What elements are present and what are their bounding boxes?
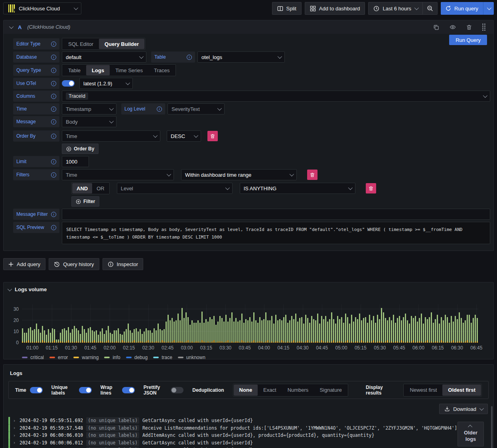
volume-bar[interactable] <box>215 325 217 343</box>
volume-bar[interactable] <box>223 322 225 343</box>
volume-bar[interactable] <box>239 320 241 343</box>
query-row-header[interactable]: A (ClickHouse Cloud) <box>4 20 493 34</box>
volume-bar[interactable] <box>64 328 65 343</box>
volume-bar[interactable] <box>68 327 69 343</box>
volume-bar[interactable] <box>174 322 175 343</box>
add-to-dashboard-button[interactable]: Add to dashboard <box>305 2 365 15</box>
volume-bar[interactable] <box>471 323 472 343</box>
volume-bar[interactable] <box>407 320 408 343</box>
volume-bar[interactable] <box>327 322 328 343</box>
info-icon[interactable]: i <box>157 107 162 112</box>
volume-bar[interactable] <box>243 323 245 343</box>
editor-type-option-sql-editor[interactable]: SQL Editor <box>63 39 99 49</box>
table-select[interactable]: otel_logs <box>197 51 285 63</box>
volume-bar[interactable] <box>305 315 306 343</box>
remove-condition-button[interactable] <box>366 183 376 193</box>
log-row[interactable]: ›2024-02-19 06:00:08.486(no unique label… <box>8 446 493 448</box>
time-toggle[interactable] <box>30 387 43 393</box>
volume-bar[interactable] <box>40 333 41 343</box>
info-icon[interactable]: i <box>51 225 56 230</box>
add-query-button[interactable]: Add query <box>3 258 45 270</box>
volume-bar[interactable] <box>443 320 444 343</box>
volume-bar[interactable] <box>387 320 388 343</box>
volume-bar[interactable] <box>158 324 159 343</box>
volume-bar[interactable] <box>76 328 77 343</box>
volume-bar[interactable] <box>120 334 121 343</box>
volume-bar[interactable] <box>82 326 83 343</box>
otel-version-select[interactable]: latest (1.2.9) <box>79 78 133 89</box>
volume-bar[interactable] <box>178 314 179 343</box>
display-newest-first[interactable]: Newest first <box>404 385 442 396</box>
log-row[interactable]: ›2024-02-19 05:59:51.692(no unique label… <box>8 417 493 424</box>
volume-bar[interactable] <box>335 324 336 343</box>
info-icon[interactable]: i <box>51 119 56 124</box>
volume-bar[interactable] <box>154 328 155 343</box>
volume-bar[interactable] <box>417 322 418 343</box>
volume-bar[interactable] <box>112 334 113 343</box>
volume-bar[interactable] <box>229 318 231 343</box>
volume-bar[interactable] <box>319 324 320 343</box>
info-icon[interactable]: i <box>51 212 56 217</box>
volume-bar[interactable] <box>287 323 288 343</box>
volume-bar[interactable] <box>108 326 109 343</box>
volume-bar[interactable] <box>317 314 318 343</box>
prettify-json-toggle[interactable] <box>171 387 183 393</box>
volume-bar[interactable] <box>361 320 362 343</box>
filter-operator-select[interactable]: Within dashboard time range <box>181 169 297 180</box>
volume-bar[interactable] <box>237 322 239 343</box>
volume-bar[interactable] <box>383 312 384 343</box>
query-type-option-table[interactable]: Table <box>63 65 86 75</box>
volume-bar[interactable] <box>393 315 394 343</box>
hide-query-button[interactable] <box>447 24 458 30</box>
volume-bar[interactable] <box>303 324 304 343</box>
volume-bar[interactable] <box>187 317 189 343</box>
volume-bar[interactable] <box>195 323 197 343</box>
volume-bar[interactable] <box>453 322 454 343</box>
volume-bar[interactable] <box>307 318 308 343</box>
volume-bar[interactable] <box>88 328 89 343</box>
unique-labels-toggle[interactable] <box>79 387 92 393</box>
drag-handle[interactable] <box>480 24 488 31</box>
volume-bar[interactable] <box>285 315 286 343</box>
volume-bar[interactable] <box>423 324 424 343</box>
editor-type-option-query-builder[interactable]: Query Builder <box>99 39 144 49</box>
log-level-column-select[interactable]: SeverityText <box>168 103 225 114</box>
query-type-option-logs[interactable]: Logs <box>86 65 110 75</box>
volume-bar[interactable] <box>289 320 290 343</box>
add-filter-button[interactable]: Filter <box>71 196 99 207</box>
volume-bar[interactable] <box>150 330 151 343</box>
use-otel-toggle[interactable] <box>62 80 75 87</box>
volume-bar[interactable] <box>102 328 103 343</box>
volume-bar[interactable] <box>156 330 157 343</box>
volume-bar[interactable] <box>170 320 171 343</box>
run-query-panel-button[interactable]: Run Query <box>449 35 487 45</box>
volume-bar[interactable] <box>130 330 131 343</box>
volume-bar[interactable] <box>299 318 300 343</box>
info-icon[interactable]: i <box>51 134 56 139</box>
add-order-by-button[interactable]: Order By <box>62 144 99 154</box>
volume-bar[interactable] <box>233 322 235 343</box>
volume-bar[interactable] <box>172 318 173 343</box>
volume-bar[interactable] <box>261 320 262 343</box>
log-row[interactable]: ›2024-02-19 06:00:06.012(no unique label… <box>8 439 493 447</box>
volume-bar[interactable] <box>269 320 270 343</box>
volume-bar[interactable] <box>389 317 390 343</box>
volume-bar[interactable] <box>359 314 360 343</box>
volume-bar[interactable] <box>118 328 119 343</box>
volume-bar[interactable] <box>267 320 268 343</box>
split-button[interactable]: Split <box>272 2 302 15</box>
volume-bar[interactable] <box>431 312 432 343</box>
volume-bar[interactable] <box>355 317 356 343</box>
datasource-picker[interactable]: ClickHouse Cloud <box>3 2 81 14</box>
volume-bar[interactable] <box>349 324 350 343</box>
query-type-option-traces[interactable]: Traces <box>148 65 175 75</box>
volume-bar[interactable] <box>60 333 61 343</box>
info-icon[interactable]: i <box>51 94 56 99</box>
volume-bar[interactable] <box>217 322 219 343</box>
collapse-chevron-icon[interactable] <box>8 286 12 291</box>
query-type-option-time-series[interactable]: Time Series <box>110 65 148 75</box>
volume-bar[interactable] <box>367 323 368 343</box>
info-icon[interactable]: i <box>187 55 192 60</box>
volume-bar[interactable] <box>315 320 316 343</box>
info-icon[interactable]: i <box>51 172 56 178</box>
